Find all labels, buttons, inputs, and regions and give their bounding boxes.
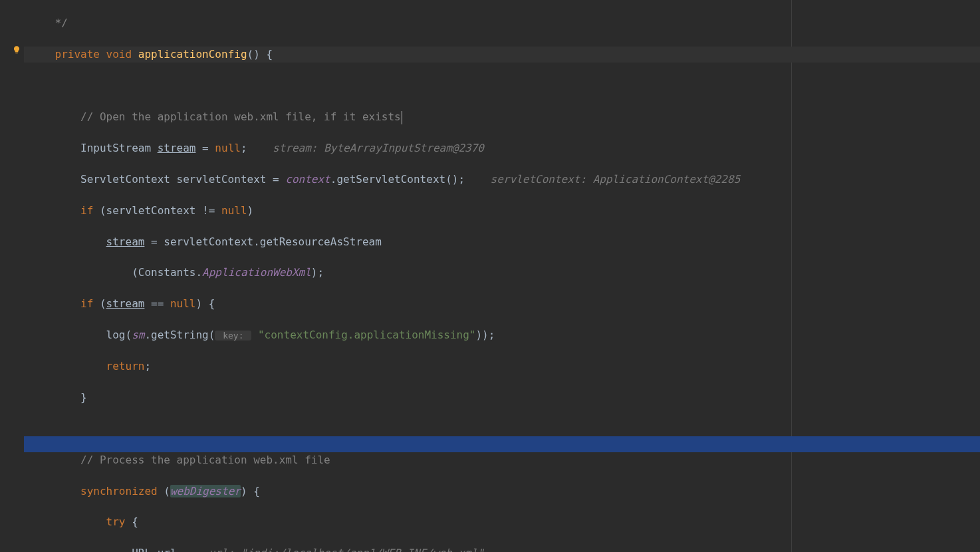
- code-area[interactable]: */ private void applicationConfig() { //…: [29, 0, 939, 552]
- token-static: ApplicationWebXml: [202, 266, 311, 279]
- inline-hint: stream: ByteArrayInputStream@2370: [273, 142, 484, 154]
- token-string: "contextConfig.applicationMissing": [258, 329, 476, 341]
- code-line[interactable]: [29, 78, 939, 93]
- code-editor[interactable]: */ private void applicationConfig() { //…: [0, 0, 980, 552]
- token: ServletContext servletContext =: [80, 173, 285, 186]
- token-comment: [29, 17, 55, 29]
- token-field: context: [285, 173, 330, 186]
- token: ) {: [241, 485, 260, 497]
- token: = servletContext.getResourceAsStream: [144, 235, 381, 248]
- token-keyword: try: [106, 515, 132, 528]
- code-line[interactable]: // Process the application web.xml file: [29, 452, 939, 468]
- code-line[interactable]: [29, 421, 939, 436]
- token: ) {: [195, 297, 215, 310]
- lightbulb-icon[interactable]: [12, 45, 21, 55]
- token-field: sm: [132, 329, 144, 341]
- token-keyword: synchronized: [80, 485, 164, 497]
- token: URL url =: [132, 547, 189, 552]
- token: ));: [475, 329, 495, 341]
- token-keyword: private: [55, 48, 106, 61]
- token-method: applicationConfig: [138, 48, 247, 61]
- code-line[interactable]: (Constants.ApplicationWebXml);: [29, 265, 939, 280]
- code-line[interactable]: // Open the application web.xml file, if…: [29, 109, 939, 124]
- token-type: InputStream: [80, 142, 158, 154]
- token-keyword: null: [221, 204, 247, 217]
- token-var: stream: [158, 142, 196, 154]
- token-comment: */: [55, 17, 68, 29]
- code-line[interactable]: return;: [29, 358, 939, 374]
- code-line[interactable]: ServletContext servletContext = context.…: [29, 172, 939, 187]
- code-line[interactable]: */: [29, 15, 939, 31]
- inline-hint: url: "jndi:/localhost/app1/WEB-INF/web.x…: [209, 547, 484, 552]
- token-comment: // Open the application web.xml file, if…: [80, 110, 401, 123]
- code-line[interactable]: }: [29, 390, 939, 405]
- token: ;: [144, 360, 151, 372]
- token: .getString(: [144, 329, 215, 341]
- token: .getServletContext();: [330, 173, 465, 186]
- code-line[interactable]: stream = servletContext.getResourceAsStr…: [29, 234, 939, 249]
- code-line[interactable]: private void applicationConfig() {: [29, 47, 939, 62]
- token-keyword: null: [170, 297, 196, 310]
- token: [251, 329, 258, 341]
- editor-gutter[interactable]: [0, 0, 24, 552]
- code-line[interactable]: log(sm.getString( key: "contextConfig.ap…: [29, 327, 939, 343]
- token-keyword: void: [106, 48, 132, 61]
- inline-hint: servletContext: ApplicationContext@2285: [491, 173, 741, 186]
- token: (Constants.: [132, 266, 202, 279]
- code-line[interactable]: if (servletContext != null): [29, 203, 939, 218]
- code-line[interactable]: if (stream == null) {: [29, 296, 939, 311]
- token-comment: // Process the application web.xml file: [80, 454, 330, 466]
- code-line[interactable]: URL url = url: "jndi:/localhost/app1/WEB…: [29, 545, 939, 552]
- token: (servletContext !=: [100, 204, 221, 217]
- code-line[interactable]: synchronized (webDigester) {: [29, 483, 939, 499]
- token-keyword: if: [80, 204, 100, 217]
- token: }: [80, 391, 87, 404]
- token: (: [164, 485, 170, 497]
- token-keyword: return: [106, 360, 145, 372]
- token-keyword: null: [215, 142, 241, 154]
- token: ==: [144, 297, 170, 310]
- code-line[interactable]: InputStream stream = null; stream: ByteA…: [29, 140, 939, 156]
- token: ): [247, 204, 254, 217]
- token: (: [100, 297, 106, 310]
- token: =: [195, 142, 215, 154]
- token: {: [132, 515, 138, 528]
- token: ;: [241, 142, 247, 154]
- token-var: stream: [106, 235, 145, 248]
- token: );: [311, 266, 324, 279]
- param-hint: key:: [215, 331, 251, 341]
- text-caret: [402, 111, 402, 124]
- token-var: stream: [106, 297, 145, 310]
- token-keyword: if: [80, 297, 100, 310]
- code-line[interactable]: try {: [29, 514, 939, 529]
- token: log(: [106, 329, 132, 341]
- token: () {: [247, 48, 273, 61]
- token-field: webDigester: [170, 485, 241, 497]
